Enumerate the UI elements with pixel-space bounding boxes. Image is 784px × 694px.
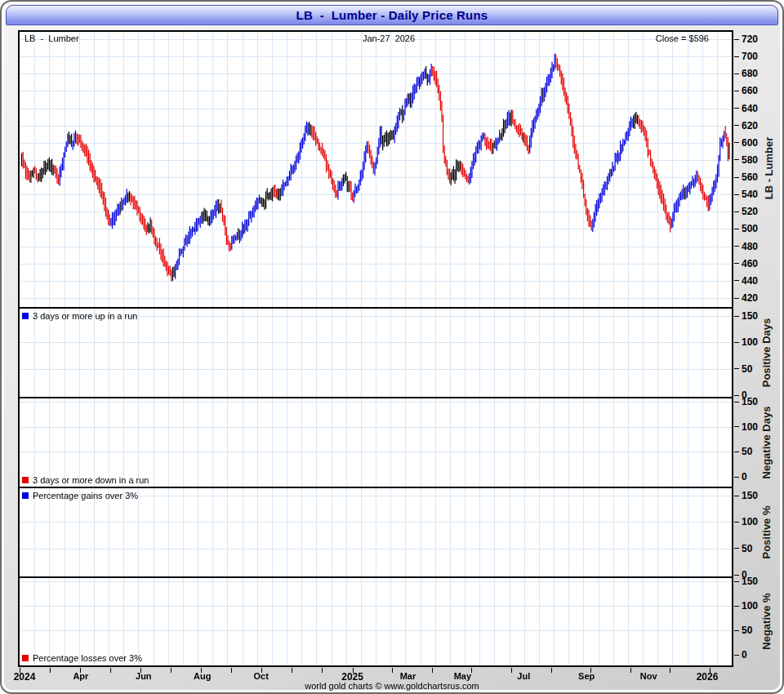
- price-axis-label: 700: [742, 51, 758, 62]
- price-axis-tick: [734, 159, 739, 160]
- price-axis-tick: [734, 91, 739, 91]
- panel-axis-tick: [734, 477, 739, 478]
- panel-axis-label: 50: [742, 543, 752, 554]
- price-axis-tick: [734, 142, 739, 143]
- price-axis-tick: [734, 177, 739, 178]
- price-axis-label: 480: [742, 241, 758, 252]
- panel-y-axis-title-positive-days: Positive Days: [760, 318, 773, 388]
- price-axis-label: 680: [742, 68, 758, 79]
- panel-axis-label: 100: [742, 421, 758, 433]
- price-axis-tick: [734, 211, 739, 212]
- x-axis-label-sep: Sep: [578, 671, 595, 681]
- panel-axis-label: 0: [742, 471, 747, 483]
- legend-swatch-positive-days: [22, 313, 29, 319]
- legend-label-positive-days: 3 days or more up in a run: [33, 311, 137, 321]
- x-axis-tick: [50, 668, 51, 673]
- price-axis-label: 620: [742, 120, 758, 131]
- price-bars-canvas: [20, 32, 732, 665]
- price-axis-tick: [734, 56, 739, 57]
- price-axis-label: 720: [742, 33, 758, 45]
- x-axis-tick: [322, 668, 323, 673]
- x-axis-label-aug: Aug: [194, 671, 211, 681]
- price-axis-tick: [734, 108, 739, 109]
- panel-axis-label: 100: [742, 600, 758, 612]
- price-axis-label: 560: [742, 171, 758, 183]
- panel-axis-tick: [734, 368, 739, 369]
- legend-label-negative-days: 3 days or more down in a run: [33, 475, 149, 485]
- panel-axis-tick: [734, 575, 739, 576]
- close-price-label: Close = $596: [656, 33, 709, 43]
- panel-axis-tick: [734, 402, 739, 403]
- x-axis-tick: [231, 668, 232, 673]
- x-axis-tick: [471, 668, 472, 673]
- panel-axis-tick: [734, 606, 739, 607]
- panel-axis-tick: [734, 630, 739, 631]
- chart-plot-area: LB - Lumber Jan-27 2026 Close = $596 3 d…: [18, 30, 733, 667]
- panel-axis-tick: [734, 452, 739, 452]
- price-axis-label: 440: [742, 275, 758, 287]
- panel-axis-tick: [734, 395, 739, 396]
- panel-axis-label: 150: [742, 576, 758, 587]
- panel-axis-label: 150: [742, 396, 758, 407]
- panel-axis-label: 100: [742, 336, 758, 348]
- legend-swatch-negative-days: [22, 477, 29, 483]
- x-axis-tick: [551, 668, 552, 673]
- instrument-label: LB - Lumber: [24, 33, 79, 43]
- panel-axis-label: 50: [742, 363, 752, 375]
- panel-axis-label: 50: [742, 625, 752, 636]
- price-axis-label: 600: [742, 137, 758, 149]
- x-axis-tick: [292, 668, 292, 673]
- price-axis-tick: [734, 73, 739, 74]
- legend-swatch-positive-pct: [22, 492, 29, 499]
- x-axis-label-jul: Jul: [517, 671, 530, 681]
- price-axis-label: 540: [742, 189, 758, 200]
- x-axis-label-mar: Mar: [400, 671, 416, 681]
- legend-swatch-negative-pct: [22, 655, 29, 661]
- y-axis-title: LB - Lumber: [763, 137, 775, 200]
- panel-axis-label: 150: [742, 310, 758, 322]
- x-axis-label-apr: Apr: [73, 671, 88, 681]
- price-axis-tick: [734, 246, 739, 247]
- chart-title: LB - Lumber - Daily Price Runs: [296, 8, 488, 22]
- x-axis-label-may: May: [454, 671, 471, 681]
- panel-y-axis-title-positive-pct: Positive %: [760, 505, 773, 558]
- price-axis-tick: [734, 263, 739, 264]
- panel-axis-tick: [734, 522, 739, 523]
- panel-axis-tick: [734, 342, 739, 343]
- price-axis-label: 660: [742, 85, 758, 96]
- panel-axis-tick: [734, 548, 739, 549]
- legend-label-positive-pct: Percentage gains over 3%: [33, 491, 138, 500]
- legend-label-negative-pct: Percentage losses over 3%: [33, 653, 142, 663]
- price-axis-tick: [734, 229, 739, 229]
- panel-axis-label: 150: [742, 490, 758, 501]
- panel-axis-tick: [734, 316, 739, 317]
- x-axis-label-oct: Oct: [254, 671, 269, 681]
- panel-axis-tick: [734, 426, 739, 427]
- x-axis-label-nov: Nov: [640, 671, 657, 681]
- price-axis-tick: [734, 280, 739, 281]
- panel-y-axis-title-negative-days: Negative Days: [760, 407, 773, 479]
- price-axis-label: 500: [742, 223, 758, 234]
- panel-axis-label: 0: [742, 649, 747, 661]
- legend-positive-days: 3 days or more up in a run: [22, 311, 137, 321]
- price-axis-label: 420: [742, 292, 758, 304]
- legend-positive-pct: Percentage gains over 3%: [22, 491, 138, 500]
- last-date-label: Jan-27 2026: [363, 33, 415, 43]
- price-axis-tick: [734, 125, 739, 126]
- legend-negative-pct: Percentage losses over 3%: [22, 653, 142, 663]
- panel-axis-tick: [734, 655, 739, 656]
- x-axis-tick: [110, 668, 111, 673]
- panel-y-axis-title-negative-pct: Negative %: [760, 593, 773, 649]
- price-axis-label: 580: [742, 154, 758, 166]
- price-axis-label: 640: [742, 103, 758, 114]
- x-axis-tick: [511, 668, 512, 673]
- title-bar: LB - Lumber - Daily Price Runs: [6, 5, 778, 25]
- credit-line: world gold charts © www.goldchartsrus.co…: [2, 681, 782, 691]
- panel-axis-label: 50: [742, 446, 752, 457]
- x-axis-tick: [392, 668, 393, 673]
- x-axis-tick: [630, 668, 631, 673]
- x-axis-label-jun: Jun: [136, 671, 152, 681]
- x-axis-tick: [171, 668, 172, 673]
- price-axis-tick: [734, 39, 739, 40]
- price-axis-tick: [734, 194, 739, 195]
